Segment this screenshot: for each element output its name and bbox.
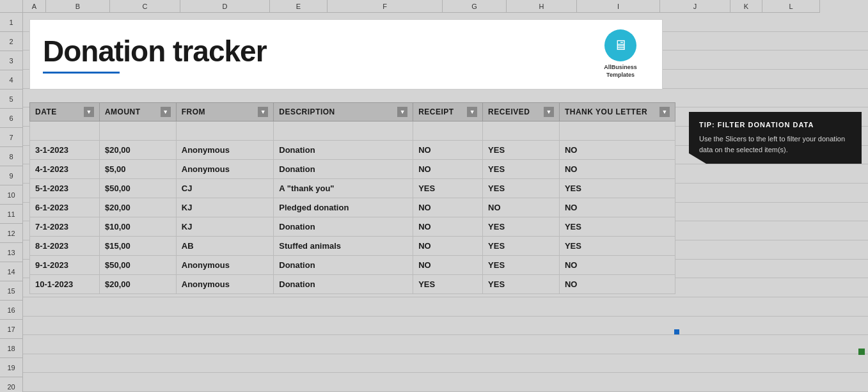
cell-0-0: 3-1-2023 [30,141,100,160]
spreadsheet-wrapper: A B C D E F G H I J K L 1 2 3 4 5 6 7 8 … [0,0,868,392]
table-row: 3-1-2023$20,00AnonymousDonationNOYESNO [30,141,675,160]
tip-title: TIP: FILTER DONATION DATA [699,121,851,129]
row-num-11: 11 [0,205,23,224]
row-num-4: 4 [0,70,23,90]
cell-6-6: NO [559,256,675,275]
col-header-I: I [577,0,660,13]
row-num-5: 5 [0,90,23,109]
row-num-10: 10 [0,185,23,205]
logo-area: 🖥 AllBusinessTemplates [592,29,649,79]
filter-description-button[interactable]: ▼ [397,107,407,117]
table-header-row: DATE ▼ AMOUNT ▼ FROM [30,103,675,122]
col-header-K: K [730,0,762,13]
cell-3-3: Pledged donation [274,198,413,217]
cell-5-4: NO [413,237,483,256]
header-card: Donation tracker 🖥 AllBusinessTemplates [29,19,663,90]
col-header-F: F [327,0,443,13]
cell-4-2: KJ [176,217,274,237]
filter-thankyou-button[interactable]: ▼ [659,107,670,117]
data-table: DATE ▼ AMOUNT ▼ FROM [29,102,675,294]
col-header-H: H [507,0,577,13]
cell-0-1: $20,00 [99,141,176,160]
row-num-18: 18 [0,339,23,358]
column-headers: A B C D E F G H I J K L [0,0,868,13]
page-title: Donation tracker [43,35,592,68]
cell-5-6: YES [559,237,675,256]
row-num-15: 15 [0,281,23,301]
col-header-A: A [23,0,46,13]
filter-amount-button[interactable]: ▼ [161,107,171,117]
row-num-9: 9 [0,166,23,185]
cell-2-3: A "thank you" [274,179,413,198]
th-description: DESCRIPTION ▼ [274,103,413,122]
cell-1-5: YES [483,160,560,179]
tip-box: TIP: FILTER DONATION DATA Use the Slicer… [689,112,862,164]
cell-7-0: 10-1-2023 [30,275,100,294]
cell-1-0: 4-1-2023 [30,160,100,179]
cell-5-5: YES [483,237,560,256]
logo-circle: 🖥 [604,29,636,61]
col-header-G: G [443,0,507,13]
cell-6-3: Donation [274,256,413,275]
cell-7-4: YES [413,275,483,294]
col-header-C: C [110,0,180,13]
col-header-E: E [270,0,327,13]
cell-2-1: $50,00 [99,179,176,198]
cell-3-2: KJ [176,198,274,217]
cell-4-3: Donation [274,217,413,237]
grid-area: Donation tracker 🖥 AllBusinessTemplates [23,13,868,392]
cell-6-2: Anonymous [176,256,274,275]
cell-7-6: NO [559,275,675,294]
row-num-12: 12 [0,224,23,243]
logo-text: AllBusinessTemplates [604,64,637,79]
row-num-8: 8 [0,147,23,166]
cell-1-2: Anonymous [176,160,274,179]
header-title-section: Donation tracker [43,35,592,74]
th-thank-you: THANK YOU LETTER ▼ [559,103,675,122]
cell-2-6: YES [559,179,675,198]
cell-0-5: YES [483,141,560,160]
th-receipt: RECEIPT ▼ [413,103,483,122]
row-numbers: 1 2 3 4 5 6 7 8 9 10 11 12 13 14 15 16 1… [0,13,23,392]
table-row: 10-1-2023$20,00AnonymousDonationYESYESNO [30,275,675,294]
col-header-D: D [180,0,270,13]
cell-1-4: NO [413,160,483,179]
cell-5-0: 8-1-2023 [30,237,100,256]
row-num-19: 19 [0,358,23,377]
cell-4-5: YES [483,217,560,237]
cell-5-3: Stuffed animals [274,237,413,256]
cell-5-2: AB [176,237,274,256]
cell-7-5: YES [483,275,560,294]
table-row: 4-1-2023$5,00AnonymousDonationNOYESNO [30,160,675,179]
filter-date-button[interactable]: ▼ [84,107,94,117]
col-header-L: L [762,0,820,13]
cell-1-6: NO [559,160,675,179]
row-num-7: 7 [0,128,23,147]
col-header-J: J [660,0,730,13]
table-row: 6-1-2023$20,00KJPledged donationNONONO [30,198,675,217]
header-underline [43,72,120,74]
cell-3-6: NO [559,198,675,217]
table-row: 9-1-2023$50,00AnonymousDonationNOYESNO [30,256,675,275]
filter-received-button[interactable]: ▼ [544,107,554,117]
cell-2-2: CJ [176,179,274,198]
cell-3-1: $20,00 [99,198,176,217]
monitor-icon: 🖥 [613,37,627,54]
table-row: 5-1-2023$50,00CJA "thank you"YESYESYES [30,179,675,198]
th-date: DATE ▼ [30,103,100,122]
cell-3-0: 6-1-2023 [30,198,100,217]
cell-4-1: $10,00 [99,217,176,237]
filter-receipt-button[interactable]: ▼ [467,107,477,117]
green-corner-indicator [858,349,865,355]
col-header-B: B [46,0,110,13]
filter-from-button[interactable]: ▼ [258,107,268,117]
row-num-16: 16 [0,301,23,320]
row-num-17: 17 [0,320,23,339]
cell-5-1: $15,00 [99,237,176,256]
row-num-1: 1 [0,13,23,32]
row-num-20: 20 [0,377,23,392]
cell-0-2: Anonymous [176,141,274,160]
cell-4-6: YES [559,217,675,237]
cell-7-1: $20,00 [99,275,176,294]
tip-body: Use the Slicers to the left to filter yo… [699,134,851,155]
